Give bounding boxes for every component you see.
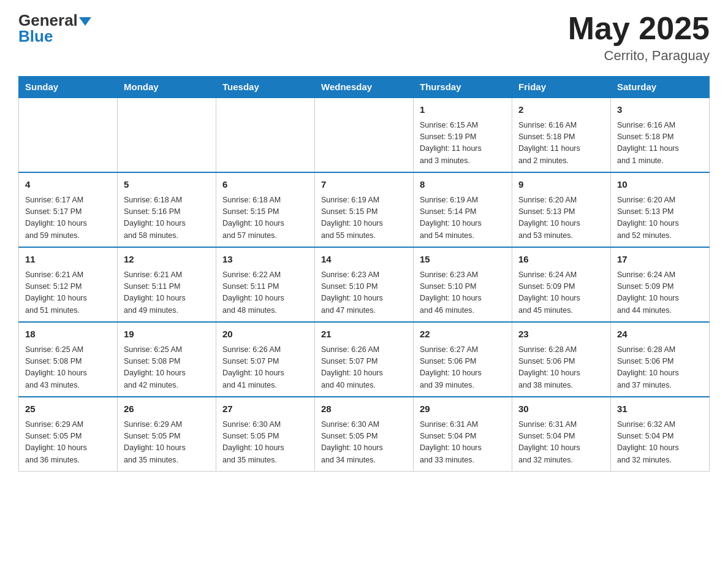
- calendar-day-cell: 19Sunrise: 6:25 AM Sunset: 5:08 PM Dayli…: [118, 322, 216, 397]
- day-info: Sunrise: 6:16 AM Sunset: 5:18 PM Dayligh…: [617, 120, 703, 167]
- day-info: Sunrise: 6:21 AM Sunset: 5:12 PM Dayligh…: [25, 269, 111, 317]
- day-of-week-header: Monday: [118, 77, 216, 98]
- day-number: 30: [518, 402, 604, 416]
- day-info: Sunrise: 6:23 AM Sunset: 5:10 PM Dayligh…: [321, 269, 407, 317]
- day-number: 15: [420, 253, 506, 267]
- day-info: Sunrise: 6:20 AM Sunset: 5:13 PM Dayligh…: [617, 194, 703, 242]
- day-number: 11: [25, 253, 111, 267]
- day-number: 6: [222, 178, 308, 192]
- calendar-day-cell: 16Sunrise: 6:24 AM Sunset: 5:09 PM Dayli…: [512, 247, 611, 322]
- day-number: 8: [420, 178, 506, 192]
- calendar-day-cell: 4Sunrise: 6:17 AM Sunset: 5:17 PM Daylig…: [19, 172, 118, 247]
- logo-blue-text: Blue: [18, 28, 53, 44]
- calendar-day-cell: 25Sunrise: 6:29 AM Sunset: 5:05 PM Dayli…: [19, 397, 118, 472]
- day-info: Sunrise: 6:19 AM Sunset: 5:14 PM Dayligh…: [420, 194, 506, 242]
- day-info: Sunrise: 6:29 AM Sunset: 5:05 PM Dayligh…: [124, 419, 210, 467]
- calendar-week-row: 18Sunrise: 6:25 AM Sunset: 5:08 PM Dayli…: [19, 322, 710, 397]
- calendar-day-cell: 14Sunrise: 6:23 AM Sunset: 5:10 PM Dayli…: [315, 247, 414, 322]
- day-info: Sunrise: 6:27 AM Sunset: 5:06 PM Dayligh…: [420, 344, 506, 392]
- day-of-week-header: Thursday: [414, 77, 512, 98]
- day-number: 31: [617, 402, 703, 416]
- calendar-day-cell: 29Sunrise: 6:31 AM Sunset: 5:04 PM Dayli…: [414, 397, 512, 472]
- day-number: 28: [321, 402, 407, 416]
- calendar-day-cell: 21Sunrise: 6:26 AM Sunset: 5:07 PM Dayli…: [315, 322, 414, 397]
- day-number: 14: [321, 253, 407, 267]
- calendar-table: SundayMondayTuesdayWednesdayThursdayFrid…: [18, 76, 710, 472]
- day-info: Sunrise: 6:18 AM Sunset: 5:16 PM Dayligh…: [124, 194, 210, 242]
- calendar-day-cell: 22Sunrise: 6:27 AM Sunset: 5:06 PM Dayli…: [414, 322, 512, 397]
- day-number: 21: [321, 327, 407, 342]
- day-number: 2: [518, 103, 604, 117]
- day-info: Sunrise: 6:23 AM Sunset: 5:10 PM Dayligh…: [420, 269, 506, 317]
- calendar-day-cell: 6Sunrise: 6:18 AM Sunset: 5:15 PM Daylig…: [216, 172, 315, 247]
- day-of-week-header: Saturday: [611, 77, 710, 98]
- calendar-day-cell: 3Sunrise: 6:16 AM Sunset: 5:18 PM Daylig…: [611, 98, 710, 172]
- day-info: Sunrise: 6:18 AM Sunset: 5:15 PM Dayligh…: [222, 194, 308, 242]
- day-number: 4: [25, 178, 111, 192]
- day-number: 27: [222, 402, 308, 416]
- day-number: 13: [222, 253, 308, 267]
- day-info: Sunrise: 6:17 AM Sunset: 5:17 PM Dayligh…: [25, 194, 111, 242]
- day-number: 23: [518, 327, 604, 342]
- calendar-day-cell: [315, 98, 414, 172]
- calendar-day-cell: 31Sunrise: 6:32 AM Sunset: 5:04 PM Dayli…: [611, 397, 710, 472]
- calendar-day-cell: [19, 98, 118, 172]
- day-info: Sunrise: 6:22 AM Sunset: 5:11 PM Dayligh…: [222, 269, 308, 317]
- day-info: Sunrise: 6:20 AM Sunset: 5:13 PM Dayligh…: [518, 194, 604, 242]
- day-info: Sunrise: 6:25 AM Sunset: 5:08 PM Dayligh…: [124, 344, 210, 392]
- month-year-title: May 2025: [568, 12, 710, 44]
- calendar-day-cell: 13Sunrise: 6:22 AM Sunset: 5:11 PM Dayli…: [216, 247, 315, 322]
- calendar-day-cell: 12Sunrise: 6:21 AM Sunset: 5:11 PM Dayli…: [118, 247, 216, 322]
- calendar-day-cell: 1Sunrise: 6:15 AM Sunset: 5:19 PM Daylig…: [414, 98, 512, 172]
- day-info: Sunrise: 6:31 AM Sunset: 5:04 PM Dayligh…: [518, 419, 604, 467]
- day-number: 7: [321, 178, 407, 192]
- calendar-day-cell: 2Sunrise: 6:16 AM Sunset: 5:18 PM Daylig…: [512, 98, 611, 172]
- day-info: Sunrise: 6:28 AM Sunset: 5:06 PM Dayligh…: [617, 344, 703, 392]
- calendar-day-cell: 24Sunrise: 6:28 AM Sunset: 5:06 PM Dayli…: [611, 322, 710, 397]
- day-number: 29: [420, 402, 506, 416]
- day-info: Sunrise: 6:31 AM Sunset: 5:04 PM Dayligh…: [420, 419, 506, 467]
- day-number: 24: [617, 327, 703, 342]
- logo-general-text: General: [18, 12, 78, 28]
- calendar-day-cell: [118, 98, 216, 172]
- day-info: Sunrise: 6:29 AM Sunset: 5:05 PM Dayligh…: [25, 419, 111, 467]
- calendar-week-row: 4Sunrise: 6:17 AM Sunset: 5:17 PM Daylig…: [19, 172, 710, 247]
- calendar-week-row: 25Sunrise: 6:29 AM Sunset: 5:05 PM Dayli…: [19, 397, 710, 472]
- day-info: Sunrise: 6:24 AM Sunset: 5:09 PM Dayligh…: [617, 269, 703, 317]
- day-info: Sunrise: 6:15 AM Sunset: 5:19 PM Dayligh…: [420, 120, 506, 167]
- page-header: General Blue May 2025 Cerrito, Paraguay: [18, 12, 710, 64]
- logo: General Blue: [18, 12, 91, 44]
- calendar-day-cell: 20Sunrise: 6:26 AM Sunset: 5:07 PM Dayli…: [216, 322, 315, 397]
- logo-triangle-icon: [79, 17, 91, 26]
- day-number: 3: [617, 103, 703, 117]
- day-number: 10: [617, 178, 703, 192]
- day-number: 18: [25, 327, 111, 342]
- day-number: 1: [420, 103, 506, 117]
- day-number: 16: [518, 253, 604, 267]
- calendar-day-cell: 30Sunrise: 6:31 AM Sunset: 5:04 PM Dayli…: [512, 397, 611, 472]
- day-info: Sunrise: 6:26 AM Sunset: 5:07 PM Dayligh…: [222, 344, 308, 392]
- day-of-week-header: Friday: [512, 77, 611, 98]
- day-number: 22: [420, 327, 506, 342]
- calendar-day-cell: 27Sunrise: 6:30 AM Sunset: 5:05 PM Dayli…: [216, 397, 315, 472]
- calendar-day-cell: 18Sunrise: 6:25 AM Sunset: 5:08 PM Dayli…: [19, 322, 118, 397]
- calendar-day-cell: 8Sunrise: 6:19 AM Sunset: 5:14 PM Daylig…: [414, 172, 512, 247]
- day-info: Sunrise: 6:19 AM Sunset: 5:15 PM Dayligh…: [321, 194, 407, 242]
- calendar-day-cell: 23Sunrise: 6:28 AM Sunset: 5:06 PM Dayli…: [512, 322, 611, 397]
- day-number: 9: [518, 178, 604, 192]
- calendar-day-cell: 26Sunrise: 6:29 AM Sunset: 5:05 PM Dayli…: [118, 397, 216, 472]
- calendar-day-cell: 7Sunrise: 6:19 AM Sunset: 5:15 PM Daylig…: [315, 172, 414, 247]
- calendar-day-cell: [216, 98, 315, 172]
- day-number: 20: [222, 327, 308, 342]
- day-number: 5: [124, 178, 210, 192]
- calendar-day-cell: 15Sunrise: 6:23 AM Sunset: 5:10 PM Dayli…: [414, 247, 512, 322]
- day-info: Sunrise: 6:26 AM Sunset: 5:07 PM Dayligh…: [321, 344, 407, 392]
- calendar-day-cell: 11Sunrise: 6:21 AM Sunset: 5:12 PM Dayli…: [19, 247, 118, 322]
- day-info: Sunrise: 6:30 AM Sunset: 5:05 PM Dayligh…: [321, 419, 407, 467]
- day-info: Sunrise: 6:16 AM Sunset: 5:18 PM Dayligh…: [518, 120, 604, 167]
- title-section: May 2025 Cerrito, Paraguay: [568, 12, 710, 64]
- calendar-day-cell: 9Sunrise: 6:20 AM Sunset: 5:13 PM Daylig…: [512, 172, 611, 247]
- calendar-day-cell: 10Sunrise: 6:20 AM Sunset: 5:13 PM Dayli…: [611, 172, 710, 247]
- calendar-day-cell: 28Sunrise: 6:30 AM Sunset: 5:05 PM Dayli…: [315, 397, 414, 472]
- day-info: Sunrise: 6:28 AM Sunset: 5:06 PM Dayligh…: [518, 344, 604, 392]
